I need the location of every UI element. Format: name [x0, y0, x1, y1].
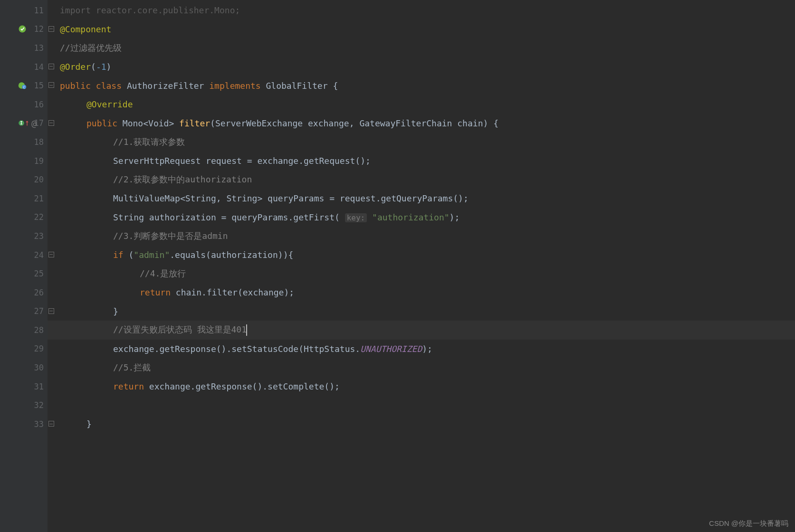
code-line[interactable]: return exchange.getResponse().setComplet… — [48, 377, 795, 396]
code-content: //4.是放行 — [51, 268, 186, 279]
gutter-row: 11 — [0, 1, 48, 20]
code-line[interactable]: @Override — [48, 95, 795, 114]
code-content: //5.拦截 — [51, 362, 151, 373]
line-number: 16 — [29, 100, 44, 109]
gutter-row: 28 — [0, 321, 48, 340]
override-icon[interactable]: I@ — [18, 118, 37, 128]
code-line[interactable]: −public class AuthorizeFilter implements… — [48, 76, 795, 95]
gutter-row: 18 — [0, 133, 48, 152]
fold-collapse-icon[interactable]: − — [48, 26, 54, 32]
gutter-row: 29 — [0, 340, 48, 359]
line-number: 32 — [29, 400, 44, 410]
code-content: @Order(-1) — [51, 62, 111, 72]
code-content: //设置失败后状态码 我这里是401 — [51, 324, 247, 336]
code-line[interactable]: −} — [48, 415, 795, 434]
code-line[interactable]: import reactor.core.publisher.Mono; — [48, 1, 795, 20]
gutter: 1112131415C1617I@18192021222324252627282… — [0, 0, 48, 532]
gutter-row: 25 — [0, 264, 48, 283]
gutter-row: 27 — [0, 302, 48, 321]
line-number: 21 — [29, 194, 44, 203]
svg-text:I: I — [20, 121, 23, 125]
code-area[interactable]: import reactor.core.publisher.Mono;−@Com… — [48, 0, 795, 532]
code-line[interactable]: String authorization = queryParams.getFi… — [48, 208, 795, 227]
line-number: 26 — [29, 288, 44, 297]
code-line[interactable]: //1.获取请求参数 — [48, 133, 795, 152]
gutter-row: 32 — [0, 396, 48, 415]
code-line[interactable]: //4.是放行 — [48, 264, 795, 283]
fold-collapse-icon[interactable]: − — [48, 252, 54, 257]
fold-expand-icon[interactable]: − — [48, 308, 54, 314]
line-number: 29 — [29, 344, 44, 353]
code-content: String authorization = queryParams.getFi… — [51, 212, 460, 222]
code-content: public Mono<Void> filter(ServerWebExchan… — [51, 118, 498, 128]
svg-text:C: C — [23, 86, 25, 89]
code-content: //3.判断参数中是否是admin — [51, 230, 228, 242]
line-number: 20 — [29, 175, 44, 184]
fold-expand-icon[interactable]: − — [48, 64, 54, 69]
spring-icon[interactable] — [18, 25, 27, 33]
code-content: } — [51, 306, 118, 316]
gutter-row: 33 — [0, 415, 48, 434]
code-line[interactable]: −} — [48, 302, 795, 321]
line-number: 14 — [29, 62, 44, 72]
code-content: return chain.filter(exchange); — [51, 287, 294, 297]
gutter-row: 19 — [0, 152, 48, 171]
line-number: 18 — [29, 137, 44, 147]
code-line[interactable]: ServerHttpRequest request = exchange.get… — [48, 152, 795, 171]
line-number: 23 — [29, 231, 44, 241]
code-content: //2.获取参数中的authorization — [51, 174, 252, 185]
gutter-row: 26 — [0, 283, 48, 302]
fold-collapse-icon[interactable]: − — [48, 120, 54, 126]
gutter-row: 20 — [0, 170, 48, 189]
code-content: //过滤器优先级 — [51, 42, 122, 54]
code-content: ServerHttpRequest request = exchange.get… — [51, 156, 371, 166]
class-icon[interactable]: C — [18, 81, 27, 90]
fold-expand-icon[interactable]: − — [48, 421, 54, 427]
code-editor: 1112131415C1617I@18192021222324252627282… — [0, 0, 795, 532]
gutter-row: 21 — [0, 189, 48, 208]
code-content: @Component — [51, 24, 111, 34]
code-line[interactable]: //3.判断参数中是否是admin — [48, 227, 795, 246]
code-line[interactable] — [48, 396, 795, 415]
code-content: import reactor.core.publisher.Mono; — [51, 5, 240, 15]
gutter-row: 23 — [0, 227, 48, 246]
code-content: } — [51, 419, 92, 429]
gutter-row: 14 — [0, 57, 48, 76]
code-line[interactable]: MultiValueMap<String, String> queryParam… — [48, 189, 795, 208]
code-line[interactable]: −if ("admin".equals(authorization)){ — [48, 246, 795, 265]
gutter-row: 15C — [0, 76, 48, 95]
line-number: 19 — [29, 156, 44, 166]
gutter-row: 31 — [0, 377, 48, 396]
line-number: 30 — [29, 363, 44, 372]
code-line[interactable]: −@Order(-1) — [48, 57, 795, 76]
code-line[interactable]: //5.拦截 — [48, 358, 795, 377]
gutter-row: 17I@ — [0, 114, 48, 133]
line-number: 31 — [29, 382, 44, 391]
line-number: 28 — [29, 325, 44, 335]
fold-collapse-icon[interactable]: − — [48, 82, 54, 88]
line-number: 11 — [29, 6, 44, 15]
code-line[interactable]: exchange.getResponse().setStatusCode(Htt… — [48, 340, 795, 359]
gutter-row: 24 — [0, 246, 48, 265]
gutter-row: 22 — [0, 208, 48, 227]
code-content: return exchange.getResponse().setComplet… — [51, 381, 340, 391]
line-number: 33 — [29, 419, 44, 429]
line-number: 15 — [29, 81, 44, 90]
code-content: MultiValueMap<String, String> queryParam… — [51, 193, 469, 203]
code-content: exchange.getResponse().setStatusCode(Htt… — [51, 344, 432, 354]
code-line[interactable]: return chain.filter(exchange); — [48, 283, 795, 302]
line-number: 13 — [29, 43, 44, 53]
code-line[interactable]: //过滤器优先级 — [48, 38, 795, 57]
code-line[interactable]: −@Component — [48, 20, 795, 39]
code-content: public class AuthorizeFilter implements … — [51, 81, 338, 91]
code-line[interactable]: //设置失败后状态码 我这里是401 — [48, 321, 795, 340]
gutter-row: 12 — [0, 20, 48, 39]
line-number: 22 — [29, 212, 44, 222]
code-content: @Override — [51, 99, 133, 109]
code-line[interactable]: −public Mono<Void> filter(ServerWebExcha… — [48, 114, 795, 133]
code-line[interactable]: //2.获取参数中的authorization — [48, 170, 795, 189]
line-number: 24 — [29, 250, 44, 260]
code-content: if ("admin".equals(authorization)){ — [51, 250, 293, 260]
gutter-row: 30 — [0, 358, 48, 377]
line-number: 12 — [29, 24, 44, 34]
